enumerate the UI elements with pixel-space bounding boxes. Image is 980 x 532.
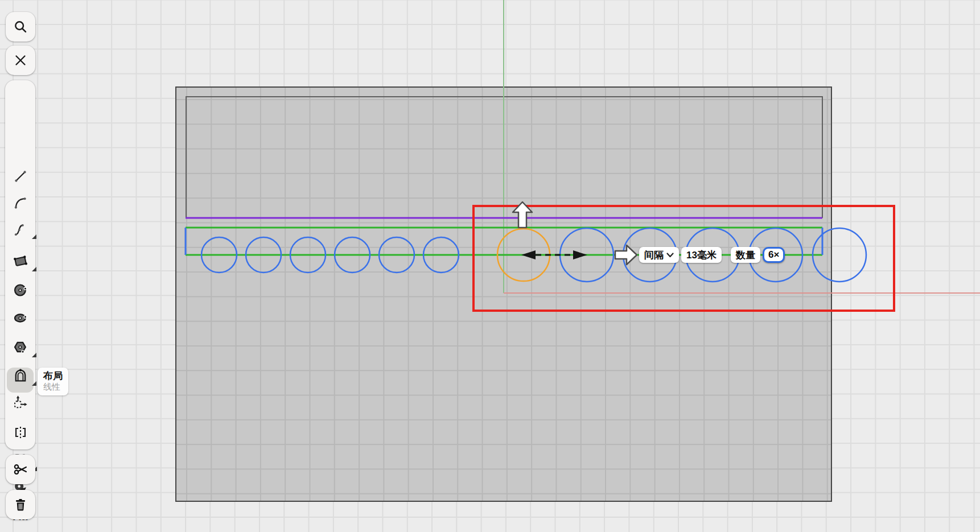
flyout-indicator xyxy=(32,353,36,357)
count-value-field[interactable]: 6× xyxy=(763,247,785,263)
tooltip-title: 布局 xyxy=(43,370,63,382)
rectangle-icon xyxy=(13,253,28,269)
spacing-value-field[interactable]: 13毫米 xyxy=(681,247,722,263)
tool-panel: Aa xyxy=(5,80,35,449)
trash-icon xyxy=(13,497,28,512)
spacing-mode-dropdown[interactable]: 间隔 xyxy=(639,247,679,263)
count-label: 数量 xyxy=(736,249,755,262)
polygon-tool[interactable] xyxy=(11,338,29,356)
spacing-arrowhead-right[interactable] xyxy=(573,250,587,259)
search-button[interactable] xyxy=(6,12,35,42)
flyout-indicator xyxy=(32,267,36,271)
circle-icon xyxy=(13,282,28,298)
move-tool[interactable] xyxy=(11,393,29,411)
flyout-indicator xyxy=(32,381,36,386)
mirror-icon xyxy=(13,424,28,440)
slot-tool[interactable] xyxy=(11,366,29,384)
trim-button[interactable] xyxy=(6,455,35,484)
spline-icon xyxy=(13,222,28,237)
ellipse-icon xyxy=(13,310,28,326)
spline-tool[interactable] xyxy=(11,221,29,238)
count-label-pill: 数量 xyxy=(731,247,760,263)
rectangle-tool[interactable] xyxy=(11,252,29,270)
right-direction-handle[interactable] xyxy=(615,245,637,265)
layout-options-bar: 间隔 13毫米 数量 6× xyxy=(639,247,785,263)
tool-tooltip: 布局 线性 xyxy=(38,368,68,395)
drawing-canvas[interactable]: 间隔 13毫米 数量 6× xyxy=(0,0,980,532)
count-value: 6× xyxy=(768,249,779,261)
flyout-indicator xyxy=(32,234,36,239)
arc-tool[interactable] xyxy=(11,194,29,212)
ellipse-tool[interactable] xyxy=(11,309,29,327)
scissors-icon xyxy=(13,461,28,477)
circle-tool[interactable] xyxy=(11,281,29,299)
move-icon xyxy=(13,394,28,410)
arc-icon xyxy=(13,196,28,211)
line-icon xyxy=(13,169,28,184)
spacing-label: 间隔 xyxy=(644,249,664,262)
close-icon xyxy=(14,53,27,67)
sketch-geometry[interactable] xyxy=(0,0,980,532)
spacing-arrowhead-left[interactable] xyxy=(521,250,536,259)
tooltip-subtitle: 线性 xyxy=(43,382,63,392)
search-icon xyxy=(13,19,28,34)
close-button[interactable] xyxy=(6,46,35,75)
chevron-down-icon xyxy=(666,253,674,258)
spacing-value: 13毫米 xyxy=(686,249,717,262)
slot-icon xyxy=(13,368,28,383)
line-tool[interactable] xyxy=(11,167,29,185)
delete-button[interactable] xyxy=(6,490,35,519)
polygon-icon xyxy=(13,339,28,355)
mirror-tool[interactable] xyxy=(11,423,29,441)
